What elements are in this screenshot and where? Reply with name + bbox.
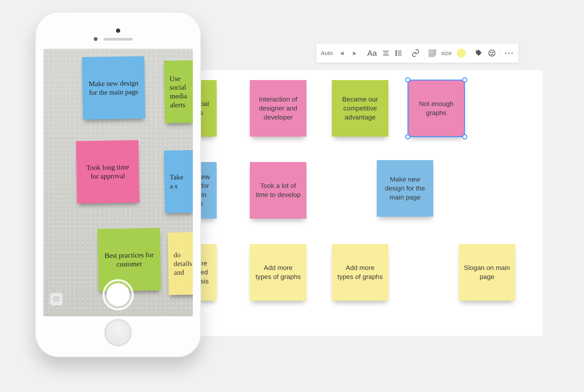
sticky-note[interactable]: Slogan on main page [459,244,515,301]
size-label[interactable]: size [441,47,452,59]
physical-sticky-note: Make new design for the main page [82,56,145,120]
emoji-icon[interactable] [488,47,496,59]
phone-mockup: Make new design for the main pageUse soc… [35,12,201,357]
camera-controls [43,279,193,310]
prev-arrow-icon[interactable]: ◀ [338,47,346,59]
physical-sticky-note: Use social media alerts [164,60,193,124]
sticky-note-selected[interactable]: Not enough graphs [408,80,465,137]
phone-screen: Make new design for the main pageUse soc… [43,49,193,316]
gallery-thumbnail-button[interactable] [50,293,62,305]
svg-point-10 [491,52,491,53]
physical-sticky-note: Took long time for approval [76,140,139,204]
sticky-note[interactable]: Took a lot of time to develop [250,162,306,219]
sticky-note[interactable]: Interaction of designer and developer [250,80,306,137]
next-arrow-icon[interactable]: ▶ [351,47,359,59]
phone-top-bar [35,28,201,40]
whiteboard-canvas[interactable]: social ertse new gn for main agemore tai… [191,70,543,336]
svg-point-7 [396,55,397,56]
sticky-note[interactable]: Make new design for the main page [377,160,433,217]
svg-point-5 [396,53,397,54]
align-icon[interactable] [382,47,390,59]
physical-sticky-note: Take a s [164,150,193,213]
shutter-button[interactable] [102,279,134,310]
phone-home-button[interactable] [104,319,132,346]
selection-handle[interactable] [405,134,410,140]
svg-point-11 [493,52,494,53]
sticky-note[interactable]: Add more types of graphs [250,244,306,301]
svg-point-13 [55,298,57,300]
tag-icon[interactable] [475,47,483,59]
autosize-button[interactable]: Auto [321,47,333,59]
color-swatch[interactable] [457,47,466,59]
phone-speaker [103,38,133,40]
svg-point-9 [489,50,495,56]
selection-handle[interactable] [462,77,467,82]
format-toolbar: Auto ◀ ▶ Aa size ••• [316,43,519,63]
link-icon[interactable] [412,47,420,59]
note-shape-icon[interactable] [428,47,436,59]
text-style-button[interactable]: Aa [367,47,377,59]
sticky-note[interactable]: Add more types of graphs [332,244,388,301]
phone-sensor [94,37,98,41]
list-icon[interactable] [395,47,403,59]
selection-handle[interactable] [405,77,410,82]
svg-point-3 [396,51,397,52]
phone-front-camera [116,28,120,33]
selection-handle[interactable] [462,134,467,140]
more-icon[interactable]: ••• [505,47,514,59]
sticky-note[interactable]: Became our competitive advantage [332,80,388,137]
